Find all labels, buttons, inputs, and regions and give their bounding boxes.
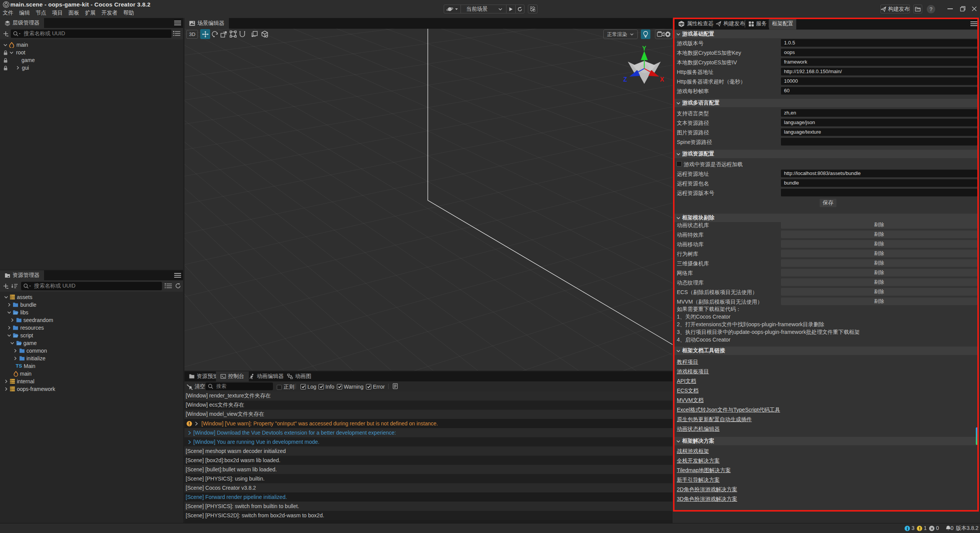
svg-text:Z: Z [623, 76, 627, 83]
svg-text:Y: Y [642, 46, 647, 52]
svg-text:TS: TS [16, 363, 22, 369]
svg-text:X: X [660, 76, 664, 83]
